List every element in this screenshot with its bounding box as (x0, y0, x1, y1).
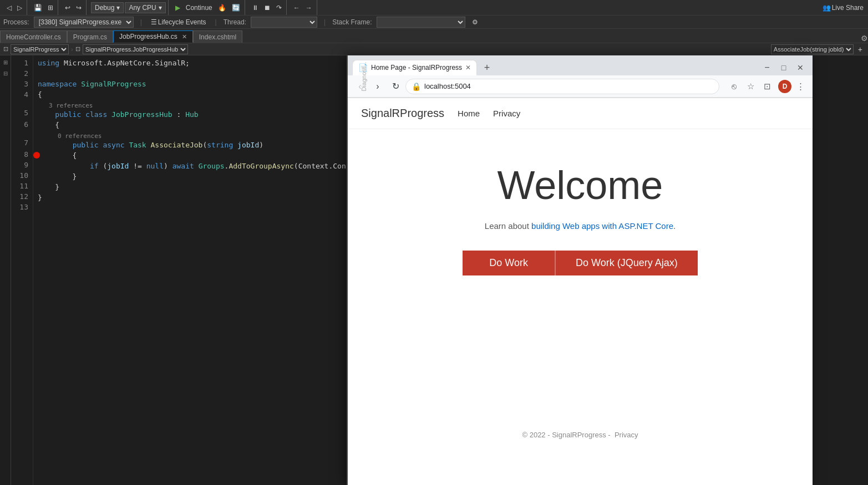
code-line-9: if (jobId != null) await Groups.AddToGro… (38, 161, 358, 171)
bookmark-btn[interactable]: ☆ (743, 79, 758, 94)
do-work-jquery-button[interactable]: Do Work (JQuery Ajax) (555, 251, 698, 275)
code-line-8: { (38, 150, 358, 161)
site-navbar: SignalRProgress Home Privacy (348, 98, 813, 129)
more-btn[interactable]: ⋮ (793, 79, 808, 94)
lifecycle-events-btn[interactable]: ☰ Lifecycle Events (149, 17, 209, 27)
ref-count-3: 3 references (38, 100, 358, 109)
do-work-button[interactable]: Do Work (463, 251, 555, 275)
tab-job-progress-hub[interactable]: JobProgressHub.cs ✕ (113, 30, 193, 43)
thread-select[interactable] (251, 17, 317, 28)
split-btn[interactable]: ⊡ (759, 79, 775, 94)
pause-btn[interactable]: ⏸ (250, 3, 261, 13)
continue-btn[interactable]: Continue (184, 3, 215, 13)
browser-new-tab-btn[interactable]: + (479, 60, 495, 75)
process-label: Process: (3, 18, 29, 26)
live-share-btn[interactable]: 👥 Live Share (820, 3, 866, 13)
left-gutter: ⊞ ⊟ (0, 55, 11, 485)
gutter-icon-1[interactable]: ⊞ (1, 58, 10, 67)
toolbar-run-group: ▶ Continue 🔥 🔄 (171, 0, 245, 15)
code-icon2: ⊡ (75, 45, 80, 53)
undo-btn[interactable]: ↩ (63, 3, 73, 13)
tab-settings-icon[interactable]: ⚙ (861, 34, 868, 43)
nav-forward-btn[interactable]: → (303, 3, 314, 13)
stack-frame-label: Stack Frame: (332, 18, 372, 26)
profile-avatar[interactable]: D (778, 80, 791, 93)
browser-forward-btn[interactable]: › (370, 79, 385, 94)
browser-tab-close[interactable]: ✕ (465, 64, 471, 72)
line-num-3: 3 (11, 79, 28, 89)
nav-back-btn[interactable]: ← (291, 3, 302, 13)
site-subtitle: Learn about building Web apps with ASP.N… (485, 221, 676, 231)
save-all-btn[interactable]: ⊞ (45, 3, 55, 13)
live-share-icon: 👥 (823, 4, 831, 12)
site-title: Welcome (498, 162, 663, 208)
site-main: Welcome Learn about building Web apps wi… (348, 129, 813, 309)
gutter-icon-2[interactable]: ⊟ (1, 69, 10, 78)
code-line-6: { (38, 120, 358, 130)
forward-btn[interactable]: ▷ (15, 3, 24, 13)
tab-home-controller[interactable]: HomeController.cs (0, 30, 67, 43)
stack-frame-settings[interactable]: ⚙ (470, 17, 480, 27)
code-block-7: 0 references public async Task Associate… (38, 131, 358, 150)
vs-toolbar: ◁ ▷ 💾 ⊞ ↩ ↪ Debug ▾ Any CPU ▾ ▶ Continue… (0, 0, 868, 16)
hot-reload-btn[interactable]: 🔥 (216, 3, 229, 13)
code-line-13 (38, 203, 358, 213)
tab-job-hub-label: JobProgressHub.cs (119, 33, 177, 40)
step-over-btn[interactable]: ↷ (274, 3, 284, 13)
class-dropdown[interactable]: SignalRProgress.JobProgressHub (83, 44, 188, 54)
redo-btn[interactable]: ↪ (74, 3, 84, 13)
browser-tab-bar: 📄 Home Page - SignalRProgress ✕ + − □ ✕ (348, 55, 813, 75)
add-tab-btn[interactable]: + (856, 44, 865, 55)
browser-reload-btn[interactable]: ↻ (388, 79, 403, 94)
learn-more-link[interactable]: building Web apps with ASP.NET Core (531, 221, 673, 231)
stack-frame-select[interactable] (377, 17, 465, 28)
namespace-dropdown[interactable]: SignalRProgress (11, 44, 69, 54)
code-header-left: ⊡ SignalRProgress › ⊡ SignalRProgress.Jo… (3, 44, 767, 54)
footer-privacy-link[interactable]: Privacy (615, 431, 638, 439)
tab-program[interactable]: Program.cs (67, 30, 113, 43)
window-maximize-btn[interactable]: □ (776, 60, 791, 75)
line-num-6: 6 (11, 119, 28, 130)
stop-btn[interactable]: ⏹ (262, 3, 273, 13)
back-btn[interactable]: ◁ (4, 3, 14, 13)
process-select[interactable]: [3380] SignalRProgress.exe (34, 17, 134, 28)
nav-home-link[interactable]: Home (458, 109, 480, 118)
toolbar-undo-group: ↩ ↪ (60, 0, 87, 15)
line-numbers: 1 2 3 4 5 6 7 8 9 10 11 12 13 (11, 55, 33, 485)
browser-content: SignalRProgress Home Privacy Welcome Lea… (348, 98, 813, 485)
debug-config-dropdown[interactable]: Debug ▾ (91, 2, 124, 13)
process-bar: Process: [3380] SignalRProgress.exe | ☰ … (0, 16, 868, 29)
window-minimize-btn[interactable]: − (759, 60, 775, 75)
tab-index-cshtml[interactable]: Index.cshtml (193, 30, 242, 43)
browser-actions: ⎋ ☆ ⊡ D ⋮ (726, 79, 808, 94)
code-editor: 1 2 3 4 5 6 7 8 9 10 11 12 13 using Micr… (11, 55, 358, 485)
browser-controls: ‹ › ↻ 🔒 localhost:5004 ⎋ ☆ ⊡ D ⋮ (348, 75, 813, 98)
line-num-5-ref: 5 (11, 100, 28, 119)
code-block-5: 3 references public class JobProgressHub… (38, 100, 358, 120)
tab-index-label: Index.cshtml (199, 33, 236, 41)
address-bar[interactable]: 🔒 localhost:5004 (405, 79, 719, 94)
browser-tab[interactable]: 📄 Home Page - SignalRProgress ✕ (352, 60, 477, 75)
restart-btn[interactable]: 🔄 (230, 3, 242, 13)
start-btn[interactable]: ▶ (173, 3, 182, 13)
method-dropdown[interactable]: AssociateJob(string jobId) (771, 44, 854, 54)
toolbar-nav-group: ← → (289, 0, 317, 15)
save-btn[interactable]: 💾 (32, 3, 44, 13)
line-num-11: 11 (11, 181, 28, 191)
nav-privacy-link[interactable]: Privacy (493, 109, 520, 118)
line-num-9: 9 (11, 160, 28, 170)
window-close-btn[interactable]: ✕ (793, 60, 808, 75)
cpu-dropdown[interactable]: Any CPU ▾ (125, 2, 165, 13)
lock-icon: 🔒 (412, 82, 421, 91)
diag-label[interactable]: Diagnost... (359, 58, 368, 96)
browser-overlay: 📄 Home Page - SignalRProgress ✕ + − □ ✕ … (347, 55, 813, 485)
cpu-arrow: ▾ (159, 4, 162, 12)
line-num-13: 13 (11, 202, 28, 212)
address-url: localhost:5004 (424, 82, 471, 90)
debug-config-arrow: ▾ (116, 4, 120, 12)
share-btn[interactable]: ⎋ (726, 79, 742, 94)
ref-count-0: 0 references (38, 131, 358, 140)
tab-home-controller-label: HomeController.cs (6, 33, 61, 41)
site-brand: SignalRProgress (361, 107, 444, 120)
tab-job-hub-close[interactable]: ✕ (182, 33, 187, 40)
